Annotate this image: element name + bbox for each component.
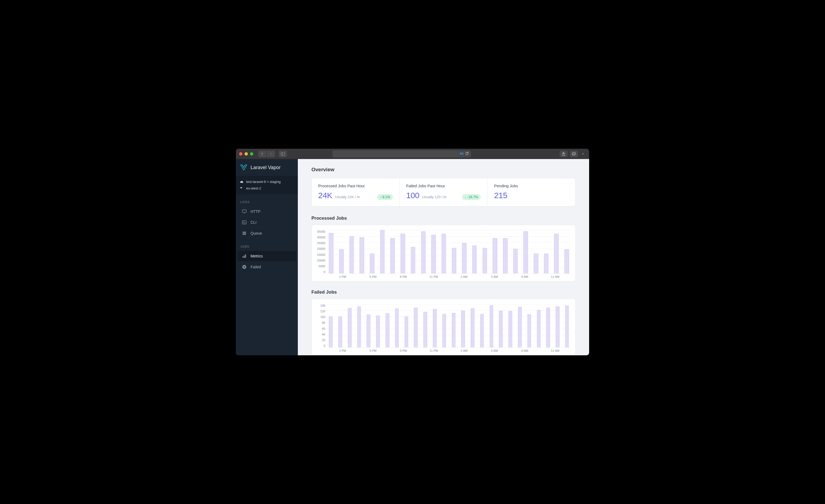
chart-bar: [348, 308, 352, 347]
chart-bar: [554, 234, 559, 274]
sidebar-item-cli[interactable]: CLI: [237, 217, 296, 227]
bar-chart-icon: [242, 254, 247, 259]
url-bar[interactable]: [332, 150, 471, 157]
chart-plot: [327, 304, 571, 347]
forward-button[interactable]: [267, 151, 275, 157]
chart-bar: [452, 248, 456, 274]
reload-icon[interactable]: [465, 151, 469, 156]
sidebar-toggle-button[interactable]: [279, 151, 287, 157]
context-panel: test-laravel-8 > staging eu-west-2: [236, 176, 298, 194]
chart-bar: [544, 254, 549, 274]
chart-bar: [442, 234, 446, 274]
chart-bar: [390, 238, 395, 274]
window-zoom-button[interactable]: [250, 152, 253, 155]
chart-bar: [518, 307, 522, 347]
chart-bar: [513, 249, 518, 274]
svg-rect-4: [573, 152, 576, 155]
sidebar-item-failed[interactable]: Failed: [237, 262, 296, 272]
arrow-down-icon: ↓: [465, 196, 466, 199]
chart-section-title: Processed Jobs: [311, 216, 576, 221]
chart-bar: [431, 235, 436, 274]
sidebar-item-label: Metrics: [250, 254, 263, 258]
stat-value: 24K: [318, 191, 332, 200]
chart-bar: [380, 230, 385, 274]
audio-icon[interactable]: [460, 152, 464, 156]
chart-bar: [376, 315, 380, 347]
chevron-right-icon: [270, 152, 272, 155]
stat-cards: Processed Jobs Past Hour24KUsually 22K /…: [311, 178, 576, 206]
back-button[interactable]: [258, 151, 266, 157]
svg-rect-5: [242, 210, 246, 213]
svg-rect-10: [243, 234, 246, 235]
stat-title: Failed Jobs Past Hour: [406, 184, 481, 188]
stat-subtext: Usually 22K / hr: [335, 195, 360, 199]
stat-delta-badge: ↑ 9.1%: [377, 194, 393, 200]
sidebar-section-label: JOBS: [236, 239, 298, 250]
svg-rect-12: [244, 255, 244, 258]
sidebar-item-metrics[interactable]: Metrics: [237, 251, 296, 261]
chart-x-axis: 2 PM5 PM8 PM11 PM2 AM5 AM8 AM11 AM: [314, 275, 571, 278]
chart-bar: [421, 231, 426, 274]
svg-rect-0: [281, 152, 285, 155]
chart-bar: [414, 308, 418, 347]
chart-bar: [523, 231, 528, 274]
chart-bar: [503, 238, 508, 274]
svg-rect-11: [243, 256, 243, 258]
stat-subtext: Usually 120 / hr: [422, 195, 446, 199]
sidebar-icon: [281, 152, 285, 155]
terminal-icon: [242, 220, 247, 225]
region-row[interactable]: eu-west-2: [240, 185, 294, 192]
browser-window: + Laravel Vapor test-laravel-8 > staging: [236, 149, 589, 355]
chart-bar: [395, 308, 399, 347]
chart-x-axis: 2 PM5 PM8 PM11 PM2 AM5 AM8 AM11 AM: [314, 349, 571, 352]
chart-bar: [461, 311, 465, 347]
chart-bar: [499, 311, 503, 347]
tabs-icon: [572, 152, 576, 155]
chart-bar: [452, 313, 456, 347]
chart-bar: [442, 314, 446, 347]
window-close-button[interactable]: [239, 152, 242, 155]
stat-value: 215: [494, 191, 507, 200]
project-breadcrumb[interactable]: test-laravel-8 > staging: [240, 178, 294, 185]
chart-bars: [327, 230, 571, 274]
traffic-lights: [239, 152, 253, 155]
stat-delta-value: 9.1%: [382, 195, 390, 199]
chart-bar: [350, 236, 354, 274]
sidebar-item-http[interactable]: HTTP: [237, 206, 296, 217]
sidebar-item-label: Queue: [250, 231, 262, 235]
chart-bar: [433, 309, 437, 347]
brand[interactable]: Laravel Vapor: [236, 159, 298, 176]
chart-card-processed: 350003000025000200001500010000500002 PM5…: [311, 225, 576, 281]
share-icon: [562, 152, 565, 156]
chart-bar: [527, 314, 531, 347]
main-content: Overview Processed Jobs Past Hour24KUsua…: [298, 159, 589, 355]
chart-bar: [370, 254, 374, 274]
chart-bar: [338, 316, 342, 347]
chart-bar: [471, 308, 474, 347]
stat-delta-badge: ↓ -16.7%: [462, 194, 481, 200]
tabs-button[interactable]: [570, 151, 578, 157]
brand-label: Laravel Vapor: [250, 165, 281, 170]
svg-rect-8: [243, 232, 246, 233]
chart-bar: [480, 314, 484, 347]
stack-icon: [242, 231, 247, 236]
chart-y-axis: 35000300002500020000150001000050000: [314, 230, 327, 274]
chart-bar: [472, 245, 477, 274]
sidebar-section-label: LOGS: [236, 194, 298, 206]
flag-icon: [240, 187, 243, 190]
window-minimize-button[interactable]: [244, 152, 248, 155]
arrow-up-icon: ↑: [380, 196, 381, 199]
chart-bar: [360, 237, 364, 274]
stat-delta-value: -16.7%: [467, 195, 478, 199]
chart-bar: [404, 316, 408, 347]
chart-bar: [462, 243, 467, 274]
stat-value: 100: [406, 191, 420, 200]
sidebar: Laravel Vapor test-laravel-8 > staging e…: [236, 159, 298, 355]
share-button[interactable]: [559, 151, 568, 157]
new-tab-button[interactable]: +: [580, 151, 586, 156]
chart-bar: [490, 305, 494, 347]
chart-bar: [386, 313, 389, 347]
sidebar-item-label: Failed: [250, 265, 261, 269]
sidebar-item-queue[interactable]: Queue: [237, 228, 296, 238]
stat-card: Processed Jobs Past Hour24KUsually 22K /…: [312, 178, 400, 206]
